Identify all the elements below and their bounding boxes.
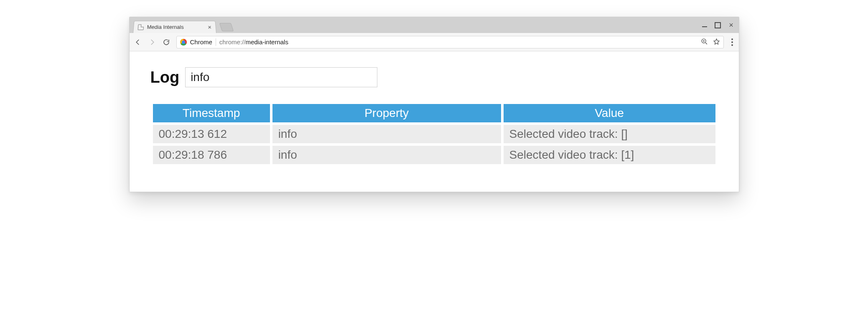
cell-timestamp: 00:29:18 786 xyxy=(153,146,270,164)
new-tab-button[interactable] xyxy=(219,23,233,31)
dot-icon xyxy=(731,44,733,46)
reload-button[interactable] xyxy=(162,38,171,46)
dot-icon xyxy=(731,38,733,40)
arrow-right-icon xyxy=(148,38,156,46)
page-title: Log xyxy=(150,68,180,86)
maximize-icon[interactable] xyxy=(715,22,721,28)
url-scheme-label: Chrome xyxy=(190,38,212,46)
url-text: chrome://media-internals xyxy=(219,38,288,46)
chrome-icon xyxy=(180,39,187,46)
table-row: 00:29:13 612 info Selected video track: … xyxy=(153,125,715,143)
address-bar[interactable]: Chrome chrome://media-internals xyxy=(176,36,724,48)
magnifier-plus-icon xyxy=(701,38,708,45)
back-button[interactable] xyxy=(134,38,142,46)
page-content: Log Timestamp Property Value 00:29:13 61… xyxy=(130,51,739,192)
cell-value: Selected video track: [] xyxy=(504,125,715,143)
cell-property: info xyxy=(272,125,501,143)
star-icon xyxy=(713,38,720,45)
tab-strip: Media Internals × × xyxy=(130,17,739,33)
cell-value: Selected video track: [1] xyxy=(504,146,715,164)
zoom-button[interactable] xyxy=(701,38,708,46)
col-timestamp[interactable]: Timestamp xyxy=(153,104,270,122)
log-filter-input[interactable] xyxy=(185,67,377,87)
page-icon xyxy=(137,24,144,30)
arrow-left-icon xyxy=(134,38,142,46)
browser-menu-button[interactable] xyxy=(730,38,735,46)
omnibox-divider xyxy=(216,38,216,46)
dot-icon xyxy=(731,41,733,43)
forward-button[interactable] xyxy=(148,38,156,46)
log-header: Log xyxy=(150,67,718,87)
bookmark-button[interactable] xyxy=(713,38,720,46)
browser-toolbar: Chrome chrome://media-internals xyxy=(130,33,739,51)
tab-title: Media Internals xyxy=(147,24,204,30)
table-header-row: Timestamp Property Value xyxy=(153,104,715,122)
window-controls: × xyxy=(701,17,735,33)
url-path: media-internals xyxy=(245,38,288,46)
browser-window: Media Internals × × Chrome chrome://medi… xyxy=(129,17,739,192)
close-tab-icon[interactable]: × xyxy=(207,24,211,30)
cell-timestamp: 00:29:13 612 xyxy=(153,125,270,143)
log-table: Timestamp Property Value 00:29:13 612 in… xyxy=(150,101,718,167)
url-host: chrome:// xyxy=(219,38,246,46)
reload-icon xyxy=(163,38,170,46)
minimize-icon[interactable] xyxy=(701,22,708,28)
col-property[interactable]: Property xyxy=(272,104,501,122)
table-row: 00:29:18 786 info Selected video track: … xyxy=(153,146,715,164)
col-value[interactable]: Value xyxy=(504,104,715,122)
close-window-icon[interactable]: × xyxy=(728,22,735,28)
browser-tab[interactable]: Media Internals × xyxy=(133,21,216,33)
cell-property: info xyxy=(272,146,501,164)
